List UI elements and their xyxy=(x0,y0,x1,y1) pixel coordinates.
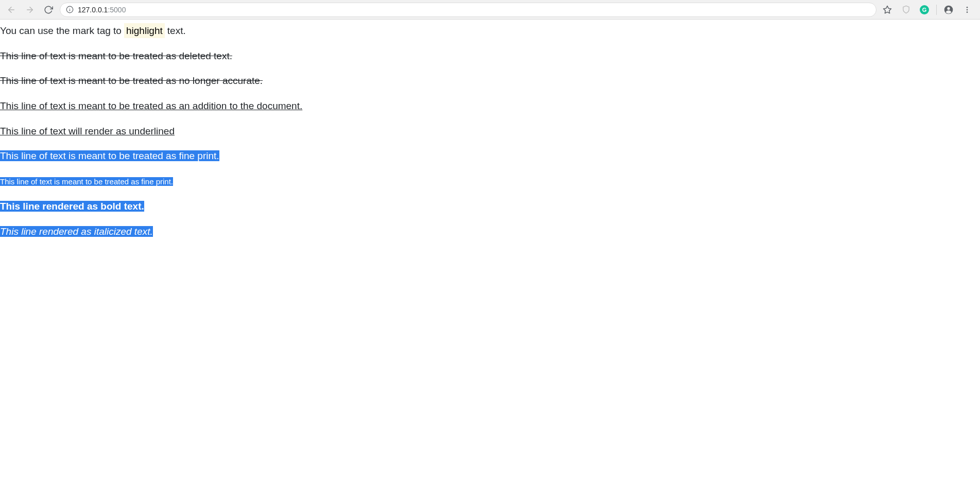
paragraph-mark: You can use the mark tag to highlight te… xyxy=(0,25,980,38)
svg-point-8 xyxy=(967,7,968,8)
del-text: This line of text is meant to be treated… xyxy=(0,50,232,61)
paragraph-selected-small: This line of text is meant to be treated… xyxy=(0,175,980,188)
paragraph-underline: This line of text will render as underli… xyxy=(0,125,980,138)
extension-mcafee-button[interactable] xyxy=(899,3,913,16)
bookmark-button[interactable] xyxy=(881,3,894,16)
url-host: 127.0.0.1 xyxy=(78,6,108,14)
selected-italic: This line rendered as italicized text. xyxy=(0,226,153,237)
arrow-left-icon xyxy=(7,5,16,14)
svg-point-10 xyxy=(967,11,968,13)
ins-text: This line of text is meant to be treated… xyxy=(0,100,302,111)
paragraph-selected-bold: This line rendered as bold text. xyxy=(0,200,980,213)
kebab-menu-icon xyxy=(963,6,971,14)
text-suffix: text. xyxy=(165,25,186,36)
svg-marker-5 xyxy=(884,6,891,13)
forward-button[interactable] xyxy=(23,3,37,17)
page-content: You can use the mark tag to highlight te… xyxy=(0,25,980,238)
selected-small: This line of text is meant to be treated… xyxy=(0,177,173,186)
paragraph-selected-1: This line of text is meant to be treated… xyxy=(0,150,980,163)
profile-button[interactable] xyxy=(942,3,955,16)
url-port: :5000 xyxy=(108,6,126,14)
underline-text: This line of text will render as underli… xyxy=(0,126,175,136)
arrow-right-icon xyxy=(25,5,35,14)
strike-text: This line of text is meant to be treated… xyxy=(0,75,263,86)
reload-button[interactable] xyxy=(41,3,56,17)
extension-grammarly-button[interactable]: G xyxy=(918,3,931,16)
address-bar[interactable]: 127.0.0.1:5000 xyxy=(60,3,876,17)
user-icon xyxy=(943,5,954,15)
menu-button[interactable] xyxy=(960,3,974,16)
toolbar-right-icons: G xyxy=(881,3,976,16)
selected-bold: This line rendered as bold text. xyxy=(0,201,144,212)
selected-span-1: This line of text is meant to be treated… xyxy=(0,150,219,161)
star-icon xyxy=(883,5,892,14)
toolbar-divider xyxy=(936,5,937,15)
site-info-icon[interactable] xyxy=(65,6,74,14)
paragraph-selected-italic: This line rendered as italicized text. xyxy=(0,226,980,238)
svg-point-7 xyxy=(947,7,950,9)
shield-icon xyxy=(902,5,910,14)
text-prefix: You can use the mark tag to xyxy=(0,25,124,36)
grammarly-icon: G xyxy=(920,5,929,14)
reload-icon xyxy=(44,5,53,14)
paragraph-ins: This line of text is meant to be treated… xyxy=(0,100,980,113)
url-text: 127.0.0.1:5000 xyxy=(78,6,126,14)
paragraph-del: This line of text is meant to be treated… xyxy=(0,50,980,63)
mark-text: highlight xyxy=(124,23,164,38)
paragraph-strike: This line of text is meant to be treated… xyxy=(0,75,980,88)
svg-point-9 xyxy=(967,9,968,10)
browser-toolbar: 127.0.0.1:5000 G xyxy=(0,0,980,20)
back-button[interactable] xyxy=(4,3,19,17)
info-icon xyxy=(66,6,74,13)
